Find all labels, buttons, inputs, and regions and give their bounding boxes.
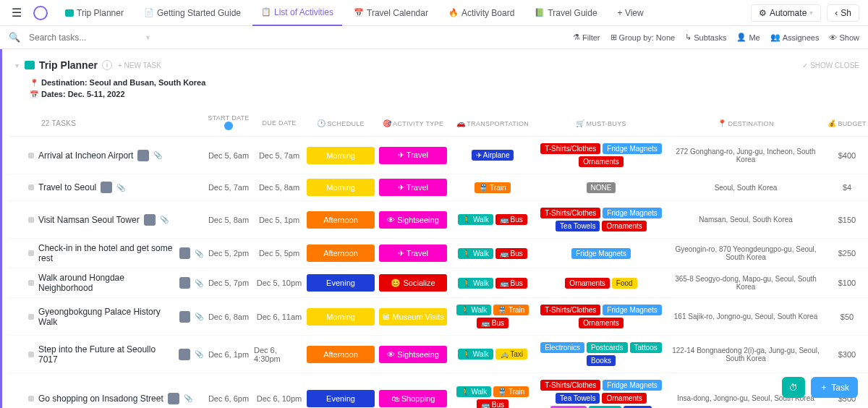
show-button[interactable]: 👁 Show bbox=[829, 33, 859, 42]
budget-text[interactable]: $150 bbox=[825, 216, 868, 224]
start-date[interactable]: Dec 5, 2pm bbox=[203, 249, 254, 258]
me-button[interactable]: 👤 Me bbox=[736, 33, 760, 42]
new-task-fab[interactable]: ＋ Task bbox=[811, 377, 858, 398]
activity-badge[interactable]: 👁 Sightseeing bbox=[379, 346, 447, 363]
mustbuy-tags[interactable]: NONE bbox=[536, 180, 666, 195]
timer-fab[interactable]: ⏱ bbox=[782, 377, 805, 398]
destination-text[interactable]: Namsan, Seoul, South Korea bbox=[666, 216, 825, 224]
budget-text[interactable]: $100 bbox=[825, 279, 868, 287]
share-button[interactable]: ‹ Sh bbox=[827, 4, 859, 22]
view-tab[interactable]: 🔥Activity Board bbox=[440, 0, 523, 26]
task-row[interactable]: Visit Namsan Seoul Tower 📎 Dec 5, 8am De… bbox=[9, 201, 868, 239]
activity-badge[interactable]: ✈ Travel bbox=[379, 245, 447, 262]
mustbuy-tags[interactable]: T-Shirts/ClothesFridge MagnetsTea Towels… bbox=[536, 205, 666, 234]
start-date[interactable]: Dec 5, 7am bbox=[203, 183, 254, 192]
task-name[interactable]: Check-in in the hotel and get some rest bbox=[38, 243, 175, 263]
schedule-badge[interactable]: Morning bbox=[307, 147, 375, 164]
col-budget[interactable]: 💰BUDGET bbox=[825, 119, 868, 127]
task-name[interactable]: Visit Namsan Seoul Tower bbox=[38, 215, 140, 225]
due-date[interactable]: Dec 5, 5pm bbox=[254, 249, 305, 258]
due-date[interactable]: Dec 6, 11am bbox=[254, 313, 305, 321]
status-icon[interactable] bbox=[28, 352, 34, 357]
start-date[interactable]: Dec 5, 7pm bbox=[203, 279, 254, 287]
group-button[interactable]: ⊞ Group by: None bbox=[610, 33, 676, 42]
add-view-tab[interactable]: + View bbox=[609, 0, 652, 26]
task-name[interactable]: Go shopping on Insadong Street bbox=[38, 394, 163, 404]
status-icon[interactable] bbox=[28, 314, 34, 320]
attachment-icon[interactable]: 📎 bbox=[184, 394, 192, 402]
budget-text[interactable]: $400 bbox=[825, 151, 868, 160]
destination-text[interactable]: 272 Gonghang-ro, Jung-gu, Incheon, South… bbox=[666, 148, 825, 163]
transport-tags[interactable]: 🚶 Walk🚌 Bus bbox=[449, 276, 536, 291]
task-row[interactable]: Travel to Seoul 📎 Dec 5, 7am Dec 5, 8am … bbox=[9, 174, 868, 201]
due-date[interactable]: Dec 5, 7am bbox=[254, 151, 305, 160]
start-date[interactable]: Dec 6, 8am bbox=[203, 313, 254, 321]
attachment-icon[interactable]: 📎 bbox=[195, 279, 203, 287]
activity-badge[interactable]: ✈ Travel bbox=[379, 179, 447, 196]
info-icon[interactable]: i bbox=[102, 60, 112, 70]
attachment-icon[interactable]: 📎 bbox=[116, 184, 125, 192]
destination-text[interactable]: 161 Sajik-ro, Jongno-gu, Seoul, South Ko… bbox=[666, 313, 825, 320]
automate-button[interactable]: ⚙ Automate ▾ bbox=[751, 4, 821, 22]
status-icon[interactable] bbox=[28, 184, 34, 190]
start-date[interactable]: Dec 6, 6pm bbox=[203, 394, 254, 403]
task-row[interactable]: Gyeongbokgung Palace History Walk 📎 Dec … bbox=[9, 298, 868, 336]
collapse-icon[interactable]: ▾ bbox=[15, 61, 19, 69]
task-row[interactable]: Arrival at Incheon Airport 📎 Dec 5, 6am … bbox=[9, 137, 868, 174]
budget-text[interactable]: $300 bbox=[825, 350, 868, 359]
show-closed-button[interactable]: ✓ SHOW CLOSE bbox=[802, 61, 859, 69]
attachment-icon[interactable]: 📎 bbox=[160, 216, 169, 224]
transport-tags[interactable]: 🚆 Train bbox=[449, 180, 536, 195]
destination-text[interactable]: 365-8 Seogyo-dong, Mapo-gu, Seoul, South… bbox=[666, 275, 825, 291]
view-tab[interactable]: 📅Travel Calendar bbox=[345, 0, 437, 26]
budget-text[interactable]: $250 bbox=[825, 249, 868, 258]
mustbuy-tags[interactable]: OrnamentsFood bbox=[536, 276, 666, 291]
transport-tags[interactable]: 🚶 Walk🚆 Train🚌 Bus bbox=[449, 384, 536, 408]
destination-text[interactable]: Seoul, South Korea bbox=[666, 184, 825, 192]
col-mustbuys[interactable]: 🛒MUST-BUYS bbox=[536, 119, 666, 127]
due-date[interactable]: Dec 5, 8am bbox=[254, 183, 305, 192]
status-icon[interactable] bbox=[28, 396, 34, 401]
budget-text[interactable]: $50 bbox=[825, 313, 868, 321]
status-icon[interactable] bbox=[28, 153, 34, 158]
mustbuy-tags[interactable]: Fridge Magnets bbox=[536, 246, 666, 261]
status-icon[interactable] bbox=[28, 250, 34, 256]
activity-badge[interactable]: 🏛 Museum Visits bbox=[379, 308, 447, 326]
schedule-badge[interactable]: Afternoon bbox=[307, 245, 375, 262]
schedule-badge[interactable]: Evening bbox=[307, 390, 375, 407]
start-date[interactable]: Dec 6, 1pm bbox=[203, 350, 254, 359]
attachment-icon[interactable]: 📎 bbox=[195, 350, 203, 358]
destination-text[interactable]: Gyeongin-ro, 870 Yeongdeungpo-gu, Seoul,… bbox=[666, 245, 825, 261]
due-date[interactable]: Dec 6, 10pm bbox=[254, 394, 305, 403]
attachment-icon[interactable]: 📎 bbox=[195, 313, 203, 320]
attachment-icon[interactable]: 📎 bbox=[153, 151, 162, 159]
view-tab[interactable]: 📗Travel Guide bbox=[526, 0, 605, 26]
task-row[interactable]: Walk around Hongdae Neighborhood 📎 Dec 5… bbox=[9, 268, 868, 298]
transport-tags[interactable]: 🚶 Walk🚕 Taxi bbox=[449, 347, 536, 362]
workspace-tab[interactable]: Trip Planner bbox=[56, 0, 132, 26]
task-name[interactable]: Gyeongbokgung Palace History Walk bbox=[38, 307, 175, 327]
logo-icon[interactable] bbox=[33, 6, 48, 20]
activity-badge[interactable]: 🛍 Shopping bbox=[379, 390, 447, 407]
mustbuy-tags[interactable]: T-Shirts/ClothesFridge MagnetsOrnaments bbox=[536, 302, 666, 331]
menu-icon[interactable]: ☰ bbox=[9, 3, 25, 22]
task-row[interactable]: Go shopping on Insadong Street 📎 Dec 6, … bbox=[9, 373, 868, 408]
mustbuy-tags[interactable]: T-Shirts/ClothesFridge MagnetsTea Towels… bbox=[536, 378, 666, 408]
due-date[interactable]: Dec 5, 1pm bbox=[254, 216, 305, 224]
task-name[interactable]: Arrival at Incheon Airport bbox=[38, 150, 133, 161]
col-destination[interactable]: 📍DESTINATION bbox=[666, 119, 825, 127]
status-icon[interactable] bbox=[28, 217, 34, 223]
col-start[interactable]: START DATE bbox=[203, 114, 254, 132]
col-transport[interactable]: 🚗TRANSPORTATION bbox=[449, 119, 536, 127]
task-row[interactable]: Step into the Future at Seoullo 7017 📎 D… bbox=[9, 336, 868, 373]
transport-tags[interactable]: ✈ Airplane bbox=[449, 148, 536, 163]
attachment-icon[interactable]: 📎 bbox=[195, 250, 203, 258]
subtasks-button[interactable]: ↳ Subtasks bbox=[685, 33, 726, 42]
due-date[interactable]: Dec 5, 10pm bbox=[254, 279, 305, 287]
schedule-badge[interactable]: Afternoon bbox=[307, 211, 375, 229]
task-row[interactable]: Check-in in the hotel and get some rest … bbox=[9, 239, 868, 268]
view-tab[interactable]: 📋List of Activities bbox=[252, 0, 342, 26]
activity-badge[interactable]: 👁 Sightseeing bbox=[379, 211, 447, 229]
schedule-badge[interactable]: Evening bbox=[307, 274, 375, 292]
activity-badge[interactable]: ✈ Travel bbox=[379, 147, 447, 164]
